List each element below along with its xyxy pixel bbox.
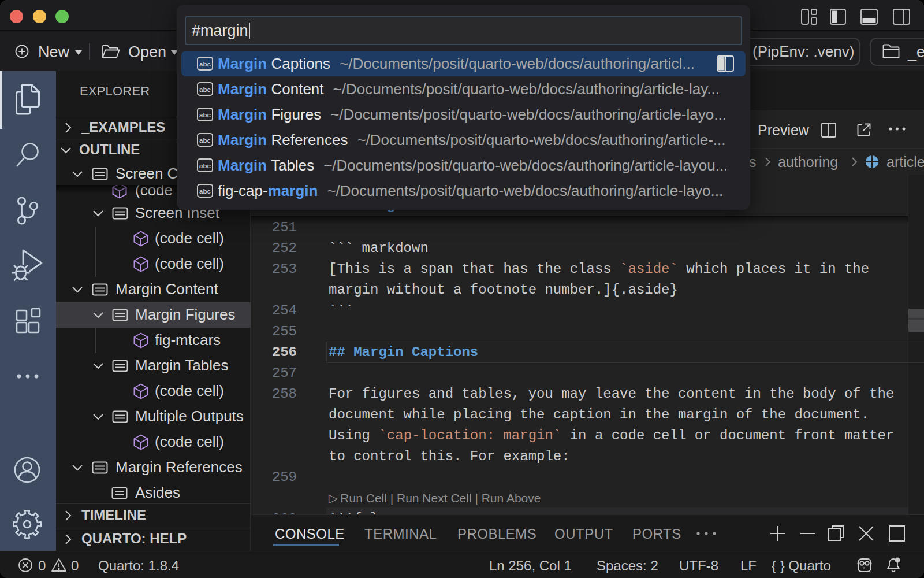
svg-text:abc: abc (199, 188, 211, 195)
svg-text:abc: abc (199, 137, 211, 144)
svg-text:abc: abc (199, 61, 211, 68)
svg-text:abc: abc (199, 86, 211, 93)
svg-text:abc: abc (199, 162, 211, 169)
svg-text:abc: abc (199, 112, 211, 118)
